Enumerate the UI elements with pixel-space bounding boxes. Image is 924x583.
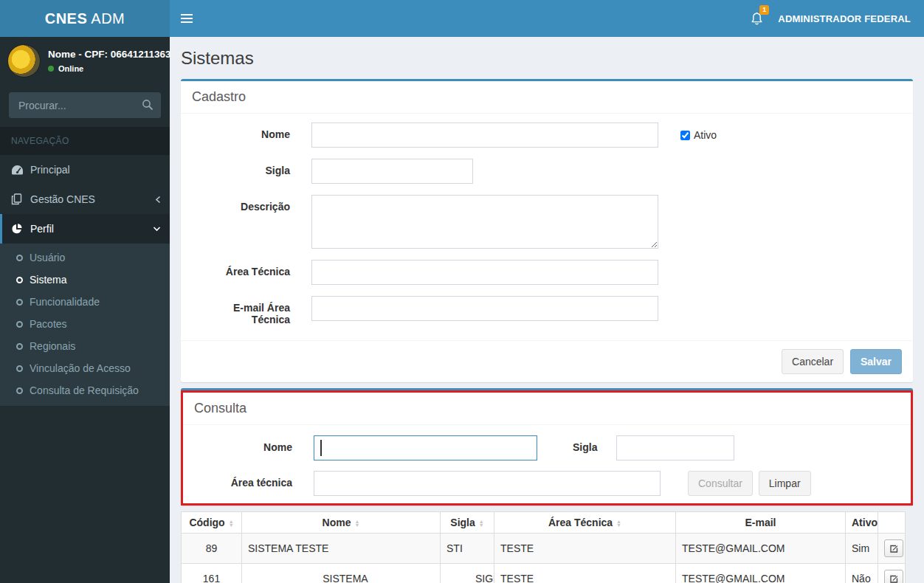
sidebar-search-input[interactable]: [9, 92, 161, 118]
cancelar-button[interactable]: Cancelar: [782, 349, 844, 374]
user-name: Nome - CPF: 06641211363: [48, 49, 171, 60]
area-tecnica-label: Área Técnica: [192, 260, 290, 277]
limpar-button[interactable]: Limpar: [759, 471, 811, 496]
ativo-checkbox[interactable]: [680, 131, 690, 140]
descricao-label: Descrição: [192, 195, 290, 213]
consulta-area-tecnica-input[interactable]: [314, 471, 661, 496]
online-status-label: Online: [58, 64, 83, 73]
nome-input[interactable]: [311, 123, 658, 148]
edit-row-button[interactable]: [884, 570, 903, 583]
circle-icon: [16, 321, 23, 328]
column-header-actions: [878, 512, 906, 534]
column-header-codigo[interactable]: Código▲▼: [182, 512, 242, 534]
circle-icon: [16, 299, 23, 306]
hamburger-icon: [181, 12, 193, 25]
current-user-label[interactable]: ADMINISTRADOR FEDERAL: [778, 13, 911, 24]
chevron-down-icon: [153, 226, 161, 232]
user-status[interactable]: Online: [48, 64, 171, 73]
sidebar-toggle-button[interactable]: [170, 0, 204, 37]
sidebar-subitem-usuario[interactable]: Usuário: [0, 246, 170, 269]
online-status-icon: [48, 66, 54, 72]
cell-email: TESTE@GMAIL.COM: [676, 564, 846, 583]
notifications-button[interactable]: 1: [740, 0, 773, 37]
subitem-label: Vinculação de Acesso: [30, 362, 131, 374]
edit-row-button[interactable]: [884, 539, 903, 557]
salvar-button[interactable]: Salvar: [850, 349, 902, 374]
sort-icon: ▲▼: [229, 520, 234, 527]
consulta-sigla-label: Sigla: [573, 435, 597, 453]
column-header-email: E-mail: [676, 512, 846, 534]
sidebar-search: [9, 92, 161, 118]
email-area-tecnica-label: E-mail Área Técnica: [192, 296, 290, 325]
subitem-label: Consulta de Requisição: [30, 384, 139, 396]
consulta-nome-label: Nome: [194, 435, 292, 453]
sort-icon: ▲▼: [616, 520, 621, 527]
edit-pencil-icon: [889, 544, 899, 553]
edit-pencil-icon: [889, 574, 899, 583]
column-header-ativo: Ativo: [846, 512, 878, 534]
circle-icon: [16, 255, 23, 261]
cell-email: TESTE@GMAIL.COM: [676, 534, 846, 564]
cell-sigla: _____SIGLA: [441, 564, 494, 583]
descricao-textarea[interactable]: [311, 195, 658, 249]
results-table: Código▲▼ Nome▲▼ Sigla▲▼ Área Técnica▲▼ E…: [181, 511, 906, 583]
sigla-input[interactable]: [311, 159, 473, 184]
navbar: 1 ADMINISTRADOR FEDERAL: [170, 0, 924, 37]
sidebar-subitem-vinculacao-de-acesso[interactable]: Vinculação de Acesso: [0, 357, 170, 379]
top-bar: CNES ADM 1 ADMINISTRADOR FEDERAL: [0, 0, 924, 37]
consulta-sigla-input[interactable]: [616, 435, 734, 460]
circle-icon: [16, 387, 23, 394]
sidebar-item-principal[interactable]: Principal: [0, 155, 170, 184]
sidebar-subitem-pacotes[interactable]: Pacotes: [0, 313, 170, 335]
cell-codigo: 89: [182, 534, 242, 564]
notification-count-badge: 1: [759, 5, 769, 15]
subitem-label: Sistema: [30, 274, 67, 286]
sidebar-item-label: Gestão CNES: [30, 193, 155, 205]
table-row: 89 SISTEMA TESTE STI TESTE TESTE@GMAIL.C…: [182, 534, 906, 564]
chevron-left-icon: [155, 196, 161, 204]
app-logo-bold: CNES: [45, 10, 88, 27]
sort-icon: ▲▼: [354, 520, 359, 527]
sidebar-item-label: Principal: [30, 164, 161, 176]
table-header-row: Código▲▼ Nome▲▼ Sigla▲▼ Área Técnica▲▼ E…: [182, 512, 906, 534]
column-header-sigla[interactable]: Sigla▲▼: [441, 512, 494, 534]
sidebar: Nome - CPF: 06641211363 Online NAVEGAÇÃO: [0, 37, 170, 583]
email-area-tecnica-input[interactable]: [311, 296, 658, 321]
sort-icon: ▲▼: [479, 520, 484, 527]
files-icon: [11, 193, 30, 205]
sidebar-item-perfil[interactable]: Perfil: [0, 214, 170, 244]
consultar-button[interactable]: Consultar: [688, 471, 753, 496]
area-tecnica-input[interactable]: [311, 260, 658, 285]
circle-icon: [16, 343, 23, 350]
cell-nome: _____________SISTEMA: [242, 564, 441, 583]
subitem-label: Pacotes: [30, 318, 67, 330]
ativo-label: Ativo: [694, 129, 717, 141]
column-header-nome[interactable]: Nome▲▼: [242, 512, 441, 534]
text-caret: [320, 440, 322, 456]
app-logo[interactable]: CNES ADM: [0, 0, 170, 37]
cell-codigo: 161: [182, 564, 242, 583]
user-panel: Nome - CPF: 06641211363 Online: [0, 37, 170, 85]
cell-nome: SISTEMA TESTE: [242, 534, 441, 564]
pie-chart-icon: [11, 223, 30, 235]
sidebar-subitem-consulta-de-requisicao[interactable]: Consulta de Requisição: [0, 379, 170, 401]
app-logo-light: ADM: [91, 10, 125, 27]
sidebar-section-header: NAVEGAÇÃO: [0, 127, 170, 155]
sigla-label: Sigla: [192, 159, 290, 176]
user-avatar[interactable]: [7, 44, 41, 77]
column-header-area-tecnica[interactable]: Área Técnica▲▼: [494, 512, 676, 534]
subitem-label: Funcionalidade: [30, 296, 100, 308]
perfil-submenu: Usuário Sistema Funcionalidade Pacotes R…: [0, 244, 170, 406]
sidebar-subitem-regionais[interactable]: Regionais: [0, 335, 170, 357]
sidebar-item-label: Perfil: [30, 223, 153, 235]
cadastro-panel-title: Cadastro: [181, 81, 913, 114]
sidebar-item-gestao-cnes[interactable]: Gestão CNES: [0, 184, 170, 214]
subitem-label: Usuário: [30, 252, 65, 263]
cell-ativo: Sim: [846, 534, 878, 564]
search-icon[interactable]: [142, 99, 154, 111]
consulta-nome-input[interactable]: [314, 435, 537, 460]
cell-ativo: Não: [846, 564, 878, 583]
sidebar-subitem-sistema[interactable]: Sistema: [0, 269, 170, 291]
table-row: 161 _____________SISTEMA _____SIGLA TEST…: [182, 564, 906, 583]
sidebar-subitem-funcionalidade[interactable]: Funcionalidade: [0, 291, 170, 313]
